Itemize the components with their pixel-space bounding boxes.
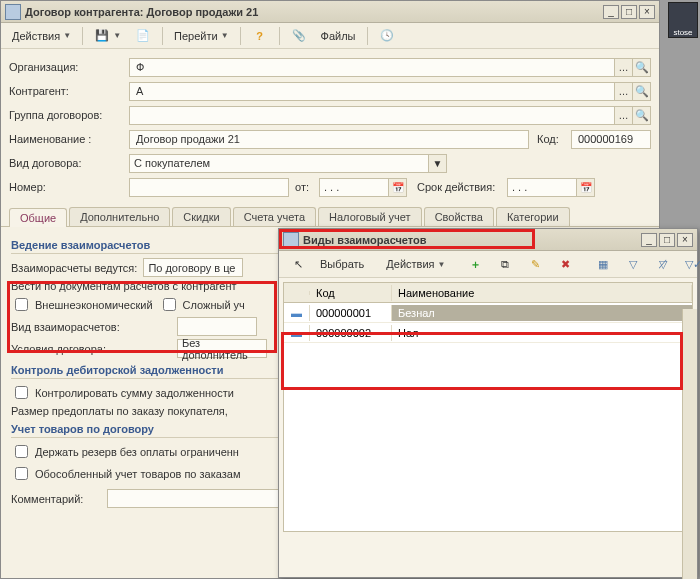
child-actions-menu[interactable]: Действия▼ <box>381 255 450 273</box>
chk-complex[interactable]: Сложный уч <box>159 295 245 314</box>
validity-picker[interactable]: 📅 <box>577 178 595 197</box>
close-button[interactable]: × <box>639 5 655 19</box>
contract-group-field[interactable] <box>129 106 615 125</box>
contractor-label: Контрагент: <box>9 85 129 97</box>
go-menu[interactable]: Перейти▼ <box>169 27 234 45</box>
tab-tax[interactable]: Налоговый учет <box>318 207 422 226</box>
save-button[interactable]: 💾▼ <box>89 25 126 47</box>
minimize-button[interactable]: _ <box>603 5 619 19</box>
tab-general[interactable]: Общие <box>9 208 67 227</box>
child-close-button[interactable]: × <box>677 233 693 247</box>
help-button[interactable]: ? <box>247 25 273 47</box>
contract-type-select[interactable]: С покупателем <box>129 154 429 173</box>
child-toolbar: ↖ Выбрать Действия▼ ＋ ⧉ ✎ ✖ ▦ ▽ ▽̸ ▽✓ ⟳ … <box>279 251 697 278</box>
copy-item-button[interactable]: ⧉ <box>492 253 518 275</box>
contractor-picker[interactable]: … <box>615 82 633 101</box>
list-rows: ▬ 000000001 Безнал ▬ 000000002 Нал <box>284 303 692 531</box>
funnel-icon: ▽ <box>625 256 641 272</box>
child-window: Виды взаиморасчетов _ □ × ↖ Выбрать Дейс… <box>278 228 698 578</box>
actions-menu[interactable]: Действия▼ <box>7 27 76 45</box>
pointer-button[interactable]: ↖ <box>285 253 311 275</box>
contractor-search[interactable]: 🔍 <box>633 82 651 101</box>
settle-mode-select[interactable]: По договору в це <box>143 258 243 277</box>
list-row[interactable]: ▬ 000000002 Нал <box>284 323 692 343</box>
filter-icon: ▦ <box>595 256 611 272</box>
tab-accounts[interactable]: Счета учета <box>233 207 316 226</box>
list-table[interactable]: Код Наименование ▬ 000000001 Безнал ▬ 00… <box>283 282 693 532</box>
conditions-field[interactable]: Без дополнитель <box>177 339 267 358</box>
funnel-clear-icon: ▽̸ <box>655 256 671 272</box>
list-header: Код Наименование <box>284 283 692 303</box>
select-button[interactable]: Выбрать <box>315 255 369 273</box>
number-label: Номер: <box>9 181 129 193</box>
main-titlebar[interactable]: Договор контрагента: Договор продажи 21 … <box>1 1 659 23</box>
row-name: Нал <box>392 325 692 341</box>
files-menu[interactable]: Файлы <box>316 27 361 45</box>
contract-group-search[interactable]: 🔍 <box>633 106 651 125</box>
settle-mode-label: Взаиморасчеты ведутся: <box>11 262 137 274</box>
code-label: Код: <box>537 133 571 145</box>
delete-button[interactable]: ✖ <box>552 253 578 275</box>
validity-label: Срок действия: <box>417 181 507 193</box>
settle-docs-label: Вести по документам расчетов с контраген… <box>11 280 237 292</box>
number-field[interactable] <box>129 178 289 197</box>
organization-picker[interactable]: … <box>615 58 633 77</box>
child-content: Код Наименование ▬ 000000001 Безнал ▬ 00… <box>279 282 697 579</box>
chk-separate[interactable]: Обособленный учет товаров по заказам <box>11 464 240 483</box>
form-area: Организация: … 🔍 Контрагент: … 🔍 Группа … <box>1 49 659 197</box>
paperclip-icon: 📎 <box>291 28 307 44</box>
tab-properties[interactable]: Свойства <box>424 207 494 226</box>
edit-button[interactable]: ✎ <box>522 253 548 275</box>
date-from-picker[interactable]: 📅 <box>389 178 407 197</box>
chk-foreign[interactable]: Внешнеэкономический <box>11 295 153 314</box>
validity-field[interactable]: . . . <box>507 178 577 197</box>
copy-button[interactable]: 📄 <box>130 25 156 47</box>
organization-field[interactable] <box>129 58 615 77</box>
name-field[interactable] <box>129 130 529 149</box>
contract-group-picker[interactable]: … <box>615 106 633 125</box>
add-button[interactable]: ＋ <box>462 253 488 275</box>
filter-button[interactable]: ▦ <box>590 253 616 275</box>
row-code: 000000001 <box>310 305 392 321</box>
col-code[interactable]: Код <box>310 285 392 301</box>
contract-group-label: Группа договоров: <box>9 109 129 121</box>
child-titlebar[interactable]: Виды взаиморасчетов _ □ × <box>279 229 697 251</box>
name-label: Наименование : <box>9 133 129 145</box>
floppy-icon: 💾 <box>94 28 110 44</box>
organization-search[interactable]: 🔍 <box>633 58 651 77</box>
filter-a-button[interactable]: ▽ <box>620 253 646 275</box>
tab-additional[interactable]: Дополнительно <box>69 207 170 226</box>
funnel-set-icon: ▽✓ <box>685 256 700 272</box>
history-button[interactable]: 🕓 <box>374 25 400 47</box>
col-name[interactable]: Наименование <box>392 285 692 301</box>
maximize-button[interactable]: □ <box>621 5 637 19</box>
help-icon: ? <box>252 28 268 44</box>
child-maximize-button[interactable]: □ <box>659 233 675 247</box>
scrollbar[interactable] <box>682 309 697 579</box>
contractor-field[interactable] <box>129 82 615 101</box>
window-title: Договор контрагента: Договор продажи 21 <box>25 6 601 18</box>
pointer-icon: ↖ <box>290 256 306 272</box>
attach-button[interactable]: 📎 <box>286 25 312 47</box>
conditions-label: Условия договора: <box>11 343 171 355</box>
code-field[interactable] <box>571 130 651 149</box>
list-row[interactable]: ▬ 000000001 Безнал <box>284 303 692 323</box>
organization-label: Организация: <box>9 61 129 73</box>
filter-c-button[interactable]: ▽✓ <box>680 253 700 275</box>
child-window-icon <box>283 232 299 248</box>
contract-type-dropdown[interactable]: ▼ <box>429 154 447 173</box>
clock-icon: 🕓 <box>379 28 395 44</box>
child-window-title: Виды взаиморасчетов <box>303 234 639 246</box>
prepay-label: Размер предоплаты по заказу покупателя, <box>11 405 228 417</box>
row-name: Безнал <box>392 305 692 321</box>
chk-reserve[interactable]: Держать резерв без оплаты ограниченн <box>11 442 239 461</box>
date-from-field[interactable]: . . . <box>319 178 389 197</box>
col-handle <box>284 291 310 295</box>
tab-discounts[interactable]: Скидки <box>172 207 230 226</box>
settlement-type-field[interactable] <box>177 317 257 336</box>
row-handle-icon: ▬ <box>284 325 310 341</box>
chk-control-debt[interactable]: Контролировать сумму задолженности <box>11 383 234 402</box>
filter-b-button[interactable]: ▽̸ <box>650 253 676 275</box>
child-minimize-button[interactable]: _ <box>641 233 657 247</box>
tab-categories[interactable]: Категории <box>496 207 570 226</box>
